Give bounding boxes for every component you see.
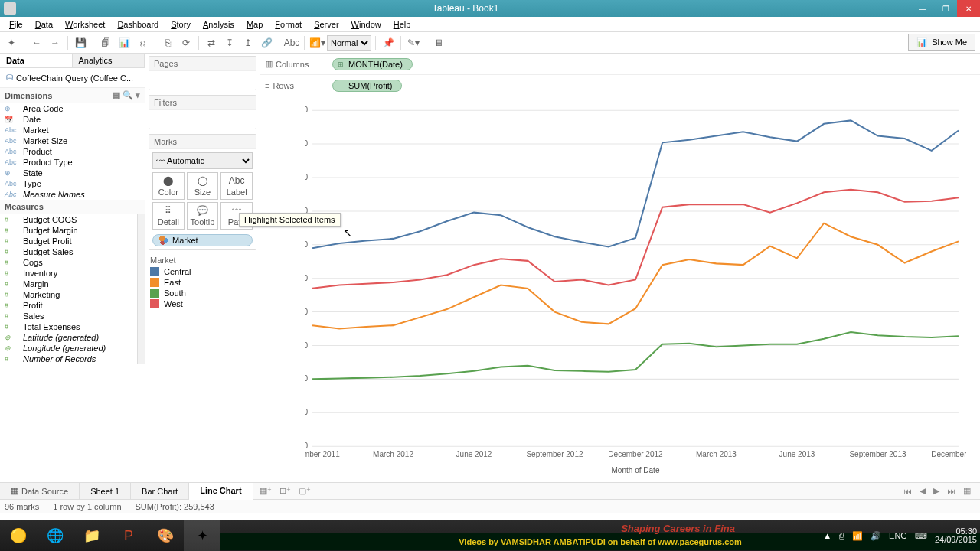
highlight-button[interactable]: ✎▾	[405, 34, 422, 51]
measure-field[interactable]: #Cogs	[0, 257, 145, 268]
menu-server[interactable]: Server	[308, 18, 345, 31]
tableau-task-icon[interactable]: ✦	[184, 520, 220, 551]
data-source-item[interactable]: ⛁ CoffeeChain Query (Coffee C...	[0, 68, 145, 88]
save-button[interactable]: 💾	[72, 34, 89, 51]
columns-shelf[interactable]: ▥Columns ⊞MONTH(Date)	[260, 54, 980, 75]
data-source-tab[interactable]: ▦Data Source	[0, 483, 80, 499]
first-tab-button[interactable]: ⏮	[903, 487, 912, 496]
menu-file[interactable]: File	[3, 18, 29, 31]
prev-tab-button[interactable]: ◀	[920, 486, 926, 496]
forward-button[interactable]: →	[47, 34, 64, 51]
clear-sheet-button[interactable]: ⎌	[134, 34, 151, 51]
show-me-button[interactable]: 📊Show Me	[908, 34, 975, 51]
lang-indicator[interactable]: ENG	[889, 531, 907, 540]
color-mark-pill[interactable]: Market	[152, 234, 253, 246]
maximize-button[interactable]: ❐	[934, 0, 957, 17]
legend-item[interactable]: East	[150, 277, 255, 288]
menu-story[interactable]: Story	[165, 18, 197, 31]
ie-icon[interactable]: 🌐	[37, 520, 74, 551]
next-tab-button[interactable]: ▶	[933, 486, 939, 496]
volume-icon[interactable]: 🔊	[871, 531, 881, 541]
last-tab-button[interactable]: ⏭	[947, 487, 956, 496]
explorer-icon[interactable]: 📁	[74, 520, 110, 551]
measure-field[interactable]: ⊕Latitude (generated)	[0, 332, 145, 343]
dimension-field[interactable]: ⊕State	[0, 168, 145, 178]
measure-field[interactable]: #Marketing	[0, 289, 145, 300]
rows-shelf[interactable]: ≡Rows SUM(Profit)	[260, 75, 980, 96]
menu-data[interactable]: Data	[29, 18, 59, 31]
measure-field[interactable]: #Number of Records	[0, 354, 145, 364]
menu-analysis[interactable]: Analysis	[197, 18, 240, 31]
close-button[interactable]: ✕	[957, 0, 980, 17]
mark-detail-button[interactable]: ⠿Detail	[152, 202, 185, 230]
network-icon[interactable]: 📶	[852, 531, 863, 541]
dimension-field[interactable]: AbcMarket	[0, 125, 145, 135]
new-sheet-button[interactable]: 📊	[116, 34, 132, 51]
mark-type-select[interactable]: 〰 Automatic	[152, 152, 253, 169]
tableau-icon[interactable]: ✦	[3, 34, 20, 51]
filters-shelf[interactable]: Filters	[149, 95, 256, 129]
view-icon[interactable]: ▦	[113, 90, 120, 100]
menu-help[interactable]: Help	[387, 18, 417, 31]
dimension-field[interactable]: AbcProduct Type	[0, 157, 145, 168]
sheet-tab[interactable]: Line Chart	[189, 483, 253, 500]
sort-desc-button[interactable]: ↥	[240, 34, 256, 51]
new-worksheet-button[interactable]: ▦⁺	[260, 486, 272, 496]
analytics-tab[interactable]: Analytics	[73, 54, 145, 67]
chart-area[interactable]: 0500100015002000250030003500400045005000…	[260, 96, 980, 482]
menu-map[interactable]: Map	[240, 18, 269, 31]
measure-field[interactable]: #Sales	[0, 311, 145, 321]
fit-select[interactable]: Normal	[327, 35, 371, 51]
legend-item[interactable]: South	[150, 288, 255, 298]
menu-dashboard[interactable]: Dashboard	[111, 18, 165, 31]
measure-field[interactable]: #Budget Margin	[0, 225, 145, 236]
back-button[interactable]: ←	[28, 34, 45, 51]
label-button[interactable]: Abc	[283, 34, 300, 51]
measure-field[interactable]: #Total Expenses	[0, 321, 145, 332]
dimension-field[interactable]: AbcMeasure Names	[0, 189, 145, 200]
new-data-button[interactable]: 🗐	[97, 34, 114, 51]
menu-format[interactable]: Format	[269, 18, 308, 31]
measure-field[interactable]: #Budget Profit	[0, 236, 145, 246]
dimension-field[interactable]: AbcProduct	[0, 146, 145, 157]
sheet-tab[interactable]: Sheet 1	[80, 483, 131, 499]
pin-button[interactable]: 📌	[380, 34, 397, 51]
minimize-button[interactable]: —	[911, 0, 934, 17]
sheet-tab[interactable]: Bar Chart	[131, 483, 189, 499]
pages-shelf[interactable]: Pages	[149, 56, 256, 90]
mark-color-button[interactable]: ⬤Color	[152, 172, 185, 200]
powerpoint-icon[interactable]: P	[110, 520, 147, 551]
menu-worksheet[interactable]: Worksheet	[59, 18, 111, 31]
menu-dropdown-icon[interactable]: ▾	[136, 90, 140, 100]
measure-field[interactable]: ⊕Longitude (generated)	[0, 343, 145, 354]
rows-pill[interactable]: SUM(Profit)	[332, 80, 402, 92]
tab-list-button[interactable]: ▦	[963, 486, 971, 496]
measure-field[interactable]: #Budget COGS	[0, 214, 145, 225]
presentation-button[interactable]: 🖥	[430, 34, 447, 51]
paint-icon[interactable]: 🎨	[147, 520, 184, 551]
legend-item[interactable]: West	[150, 298, 255, 309]
mark-tooltip-button[interactable]: 💬Tooltip	[187, 202, 219, 230]
dimension-field[interactable]: ⊕Area Code	[0, 103, 145, 114]
mark-size-button[interactable]: ◯Size	[187, 172, 219, 200]
columns-pill[interactable]: ⊞MONTH(Date)	[332, 58, 413, 70]
chrome-icon[interactable]: 🟡	[0, 520, 37, 551]
sort-asc-button[interactable]: ↧	[221, 34, 238, 51]
tray-expand-icon[interactable]: ▲	[823, 531, 831, 540]
measure-field[interactable]: #Profit	[0, 300, 145, 311]
menu-window[interactable]: Window	[345, 18, 387, 31]
chart-type-button[interactable]: 📶▾	[309, 34, 325, 51]
data-tab[interactable]: Data	[0, 54, 73, 67]
search-icon[interactable]: 🔍	[122, 90, 133, 100]
clock[interactable]: 05:30 24/09/2015	[935, 527, 977, 544]
scrollbar[interactable]	[137, 214, 145, 364]
measure-field[interactable]: #Inventory	[0, 268, 145, 279]
dimension-field[interactable]: AbcMarket Size	[0, 135, 145, 146]
usb-icon[interactable]: ⎙	[839, 531, 844, 540]
dimension-field[interactable]: AbcType	[0, 178, 145, 189]
measure-field[interactable]: #Budget Sales	[0, 246, 145, 257]
duplicate-button[interactable]: ⎘	[159, 34, 176, 51]
legend-item[interactable]: Central	[150, 266, 255, 277]
new-dashboard-button[interactable]: ⊞⁺	[279, 486, 291, 496]
measure-field[interactable]: #Margin	[0, 279, 145, 289]
